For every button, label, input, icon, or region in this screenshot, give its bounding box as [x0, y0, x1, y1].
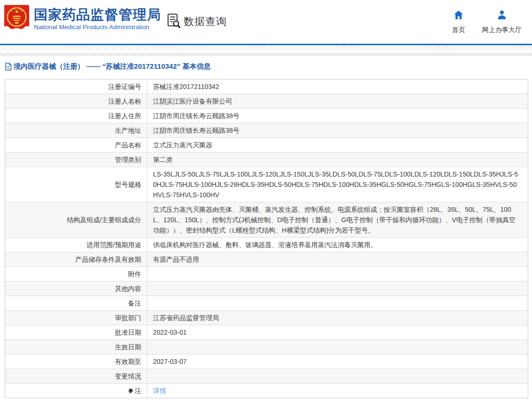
row-value: 第二类	[147, 153, 528, 167]
row-value: 江苏省药品监督管理局	[147, 311, 528, 325]
breadcrumb: 境内医疗器械（注册） —— “苏械注准20172110342” 基本信息	[5, 60, 532, 73]
national-emblem-icon: ★ ★ ★ ★ ★	[4, 4, 30, 36]
top-nav: 首页 网上办事大厅	[452, 9, 522, 34]
table-row: 其他内容	[5, 281, 528, 296]
row-value-text: 2027-03-07	[153, 356, 521, 367]
info-table: 注册证编号苏械注准20172110342注册人名称江阴滨江医疗设备有限公司注册人…	[5, 79, 528, 398]
row-label: 产品名称	[5, 138, 147, 152]
table-row: 注册人名称江阴滨江医疗设备有限公司	[5, 94, 528, 109]
home-icon	[453, 9, 464, 23]
row-value-text: 江苏省药品监督管理局	[153, 313, 521, 323]
row-value: 立式压力蒸汽灭菌器	[147, 138, 528, 152]
row-label: 生效日期	[5, 340, 147, 354]
table-row: 生效日期	[5, 340, 528, 354]
table-row: 备注	[5, 296, 528, 311]
row-value-text: 江阴滨江医疗设备有限公司	[153, 96, 521, 106]
table-row: 型号规格LS-35LJLS-50LJLS-75LJLS-100LJLS-120L…	[5, 167, 528, 202]
row-value	[147, 267, 528, 281]
row-label: 批准日期	[5, 325, 147, 339]
data-query[interactable]: 数据查询	[166, 13, 227, 30]
row-label: 产品储存条件及有效期	[5, 252, 147, 266]
row-label: 管理类别	[5, 153, 147, 167]
org-names: 国家药品监督管理局 National Medical Products Admi…	[34, 4, 161, 31]
row-value: 立式压力蒸汽灭菌器由壳体、灭菌桶、蒸汽发生器、控制系统、电源系统组成；按灭菌室容…	[147, 202, 528, 237]
row-value	[147, 369, 528, 383]
row-label: 注册人住所	[5, 109, 147, 123]
row-label: 注册人名称	[5, 94, 147, 108]
row-value-text: 有源产品不适用	[153, 254, 521, 265]
org-name-en: National Medical Products Administration	[34, 24, 161, 31]
row-value: 江阴市周庄镇长寿云顾路38号	[147, 123, 528, 137]
svg-text:★: ★	[21, 9, 23, 12]
hatched-stripe-band	[0, 45, 532, 50]
row-label: 变更情况	[5, 369, 147, 383]
row-value-text: 供临床机构对医疗器械、敷料、玻璃器皿、溶液培养基用蒸汽法消毒灭菌用。	[153, 240, 521, 250]
row-value-text: 2022-03-01	[153, 327, 521, 338]
row-value: 江阴市周庄镇长寿云顾路38号	[147, 109, 528, 123]
table-row: 注详情	[5, 384, 528, 398]
table-row: 批准日期2022-03-01	[5, 325, 528, 340]
table-row: 注册证编号苏械注准20172110342	[5, 80, 528, 94]
row-label: 有效期至	[5, 354, 147, 369]
row-value: 详情	[147, 384, 528, 398]
table-row: 生产地址江阴市周庄镇长寿云顾路38号	[5, 123, 528, 138]
nmpa-logo: ★ ★ ★ ★ ★ 国家药品监督管理局 National Medical Pro…	[4, 4, 161, 36]
detail-link[interactable]: 详情	[153, 387, 166, 394]
row-value	[147, 340, 528, 354]
row-label: 注册证编号	[5, 80, 147, 94]
nav-label-service-hall: 网上办事大厅	[482, 26, 522, 34]
person-icon	[496, 9, 508, 23]
nav-label-home: 首页	[452, 26, 465, 34]
row-value-text: 苏械注准20172110342	[153, 81, 521, 92]
row-label: 结构及组成/主要组成成分	[5, 202, 147, 237]
row-value: 2022-03-01	[147, 325, 528, 339]
row-label: 备注	[5, 296, 147, 310]
gray-strip	[0, 53, 532, 56]
page-header: ★ ★ ★ ★ ★ 国家药品监督管理局 National Medical Pro…	[0, 0, 532, 44]
row-label: 注	[5, 384, 147, 398]
row-value-text: 第二类	[153, 154, 521, 165]
row-value-text: 立式压力蒸汽灭菌器由壳体、灭菌桶、蒸汽发生器、控制系统、电源系统组成；按灭菌室容…	[153, 204, 521, 235]
row-value-text: 江阴市周庄镇长寿云顾路38号	[153, 111, 521, 121]
document-search-icon	[166, 13, 181, 30]
row-value	[147, 296, 528, 310]
table-row: 审批部门江苏省药品监督管理局	[5, 311, 528, 325]
row-value-text: 立式压力蒸汽灭菌器	[153, 140, 521, 150]
table-row: 变更情况	[5, 369, 528, 384]
row-label: 附件	[5, 267, 147, 281]
org-name-cn: 国家药品监督管理局	[34, 7, 161, 22]
row-value-text: LS-35LJLS-50LJLS-75LJLS-100LJLS-120LJLS-…	[153, 169, 521, 200]
row-label: 适用范围/预期用途	[5, 238, 147, 252]
nav-item-service-hall[interactable]: 网上办事大厅	[482, 9, 522, 34]
svg-text:★: ★	[13, 8, 15, 10]
note-balloon-icon	[128, 388, 133, 394]
row-value-text: 详情	[153, 386, 521, 396]
table-row: 适用范围/预期用途供临床机构对医疗器械、敷料、玻璃器皿、溶液培养基用蒸汽法消毒灭…	[5, 238, 528, 252]
row-label: 其他内容	[5, 281, 147, 296]
nav-item-home[interactable]: 首页	[452, 9, 465, 34]
table-row: 产品储存条件及有效期有源产品不适用	[5, 252, 528, 267]
data-query-label: 数据查询	[184, 15, 227, 29]
page-title: 境内医疗器械（注册） —— “苏械注准20172110342” 基本信息	[14, 62, 210, 71]
row-value: LS-35LJLS-50LJLS-75LJLS-100LJLS-120LJLS-…	[147, 167, 528, 202]
row-value: 苏械注准20172110342	[147, 80, 528, 94]
row-label: 型号规格	[5, 167, 147, 202]
row-label: 生产地址	[5, 123, 147, 137]
row-value	[147, 281, 528, 296]
document-icon	[5, 63, 12, 71]
table-row: 注册人住所江阴市周庄镇长寿云顾路38号	[5, 109, 528, 123]
row-label: 审批部门	[5, 311, 147, 325]
table-row: 有效期至2027-03-07	[5, 354, 528, 369]
row-value: 江阴滨江医疗设备有限公司	[147, 94, 528, 108]
row-value: 供临床机构对医疗器械、敷料、玻璃器皿、溶液培养基用蒸汽法消毒灭菌用。	[147, 238, 528, 252]
row-value-text: 江阴市周庄镇长寿云顾路38号	[153, 125, 521, 136]
table-row: 结构及组成/主要组成成分立式压力蒸汽灭菌器由壳体、灭菌桶、蒸汽发生器、控制系统、…	[5, 202, 528, 238]
row-value: 2027-03-07	[147, 354, 528, 369]
row-value: 有源产品不适用	[147, 252, 528, 266]
table-row: 产品名称立式压力蒸汽灭菌器	[5, 138, 528, 153]
table-row: 管理类别第二类	[5, 153, 528, 167]
table-row: 附件	[5, 267, 528, 281]
